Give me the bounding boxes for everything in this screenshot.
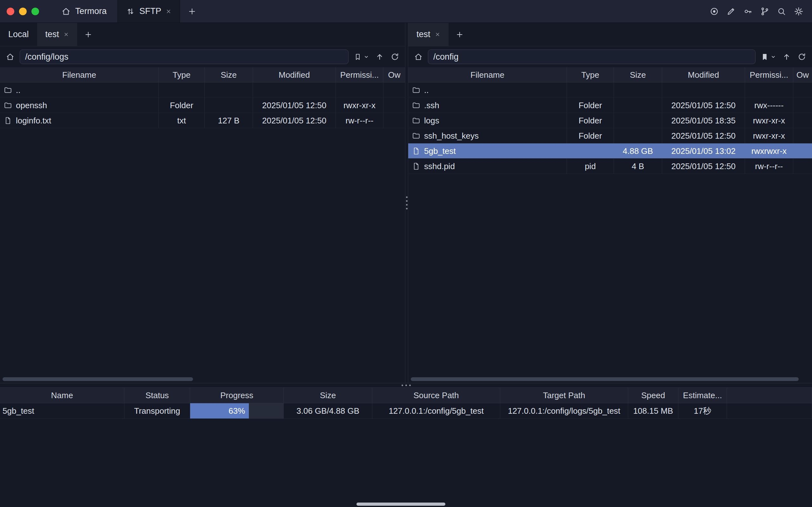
left-panel-tabs: Local test [0,23,405,46]
column-header-filler [727,388,812,403]
column-header-status[interactable]: Status [124,388,190,403]
minimize-window-button[interactable] [19,8,27,15]
home-icon[interactable] [414,52,423,61]
file-type [567,144,614,159]
left-new-tab-button[interactable] [77,23,99,46]
column-header-size[interactable]: Size [205,67,253,82]
filename: ssh_host_keys [424,131,479,141]
column-header-permissions[interactable]: Permissi... [745,67,793,82]
transfer-split-handle[interactable] [0,383,812,387]
table-row[interactable]: loginfo.txt txt 127 B 2025/01/05 12:50 r… [0,113,405,128]
file-type: Folder [567,98,614,113]
branch-icon[interactable] [760,7,769,16]
column-header-name[interactable]: Name [0,388,124,403]
refresh-icon[interactable] [797,52,806,61]
table-row[interactable]: openssh Folder 2025/01/05 12:50 rwxr-xr-… [0,98,405,113]
edit-pencil-icon[interactable] [726,7,736,16]
column-header-filename[interactable]: Filename [408,67,567,82]
file-owner [793,128,812,144]
file-size [614,82,662,98]
home-icon[interactable] [6,52,15,61]
transfer-status: Transporting [124,403,190,418]
table-row[interactable]: sshd.pid pid 4 B 2025/01/05 12:50 rw-r--… [408,159,812,174]
file-type: Folder [567,113,614,128]
column-header-modified[interactable]: Modified [662,67,745,82]
table-row[interactable]: .ssh Folder 2025/01/05 12:50 rwx------ [408,98,812,113]
column-header-target-path[interactable]: Target Path [500,388,628,403]
file-type [567,82,614,98]
file-permissions: rw-r--r-- [745,159,793,174]
transfer-panel: Name Status Progress Size Source Path Ta… [0,387,812,507]
column-header-owner[interactable]: Ow [383,67,405,82]
file-modified: 2025/01/05 12:50 [662,128,745,144]
tab-test-right[interactable]: test [408,23,448,46]
folder-icon [4,101,12,109]
column-header-type[interactable]: Type [567,67,614,82]
close-sftp-tab-icon[interactable] [166,9,171,14]
transfer-horizontal-scrollbar[interactable] [357,503,445,506]
folder-icon [4,86,12,94]
record-icon[interactable] [709,7,719,16]
right-path-input[interactable] [428,50,756,64]
close-test-tab-icon[interactable] [435,32,440,37]
parent-directory-icon[interactable] [375,52,384,61]
column-header-permissions[interactable]: Permissi... [336,67,383,82]
column-header-modified[interactable]: Modified [253,67,336,82]
folder-icon [412,132,420,140]
tab-termora-home[interactable]: Termora [50,0,117,22]
column-header-speed[interactable]: Speed [628,388,679,403]
table-row[interactable]: logs Folder 2025/01/05 18:35 rwxr-xr-x [408,113,812,128]
file-owner [383,82,405,98]
filename: loginfo.txt [16,116,51,126]
file-permissions: rwxrwxr-x [745,144,793,159]
file-modified [253,82,336,98]
right-new-tab-button[interactable] [448,23,471,46]
close-test-tab-icon[interactable] [63,32,69,37]
tab-test-left[interactable]: test [37,23,77,46]
tab-test-left-label: test [45,30,59,39]
new-window-tab-button[interactable] [180,0,204,22]
column-header-source-path[interactable]: Source Path [372,388,500,403]
transfer-arrows-icon [126,7,135,16]
settings-gear-icon[interactable] [794,6,804,16]
bookmark-icon[interactable] [354,53,362,61]
filename: .. [16,86,20,95]
tab-local-label: Local [8,30,29,39]
transfer-row[interactable]: 5gb_test Transporting 63% 3.06 GB/4.88 G… [0,403,812,419]
left-path-input[interactable] [20,50,348,64]
file-icon [412,162,420,170]
column-header-estimate[interactable]: Estimate... [679,388,727,403]
right-horizontal-scrollbar[interactable] [411,377,799,381]
table-row-selected[interactable]: 5gb_test 4.88 GB 2025/01/05 13:02 rwxrwx… [408,144,812,159]
parent-directory-icon[interactable] [782,52,791,61]
column-header-owner[interactable]: Ow [793,67,812,82]
zoom-window-button[interactable] [32,8,39,15]
close-window-button[interactable] [7,8,14,15]
column-header-size[interactable]: Size [284,388,372,403]
refresh-icon[interactable] [390,52,399,61]
left-horizontal-scrollbar[interactable] [3,377,193,381]
search-icon[interactable] [777,7,786,16]
key-icon[interactable] [743,7,753,16]
column-header-type[interactable]: Type [159,67,205,82]
table-row[interactable]: .. [0,82,405,98]
file-permissions [336,82,383,98]
panel-split-handle[interactable] [405,23,408,383]
tab-sftp[interactable]: SFTP [117,0,180,22]
folder-icon [412,101,420,109]
column-header-progress[interactable]: Progress [190,388,284,403]
bookmark-filled-icon[interactable] [761,53,769,61]
file-owner [793,98,812,113]
table-row[interactable]: ssh_host_keys Folder 2025/01/05 12:50 rw… [408,128,812,144]
tab-local[interactable]: Local [0,23,37,46]
column-header-size[interactable]: Size [614,67,662,82]
file-size: 4.88 GB [614,144,662,159]
table-row[interactable]: .. [408,82,812,98]
file-type: Folder [567,128,614,144]
transfer-empty-area [0,419,812,507]
chevron-down-icon[interactable] [771,54,776,59]
column-header-filename[interactable]: Filename [0,67,159,82]
file-size [614,128,662,144]
left-table-header: Filename Type Size Modified Permissi... … [0,67,405,82]
chevron-down-icon[interactable] [364,54,369,59]
